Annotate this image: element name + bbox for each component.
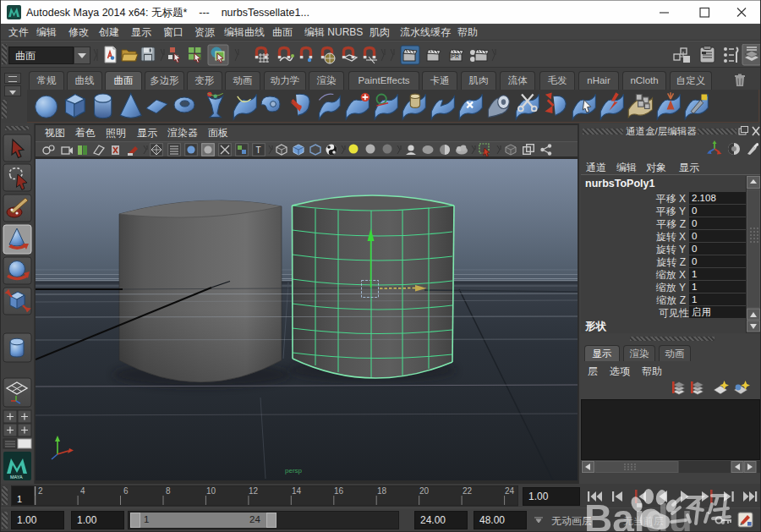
svg-text:2: 2: [38, 486, 43, 496]
svg-text:1: 1: [17, 494, 22, 504]
svg-text:20: 20: [419, 486, 430, 496]
svg-text:MAYA: MAYA: [10, 474, 23, 480]
svg-text:8: 8: [166, 486, 171, 496]
svg-text:T: T: [256, 145, 261, 155]
svg-text:6: 6: [123, 486, 129, 496]
svg-text:4: 4: [80, 486, 85, 496]
svg-text:22: 22: [463, 486, 473, 496]
svg-text:IPR: IPR: [450, 53, 459, 59]
svg-text:12: 12: [249, 486, 259, 496]
svg-text:16: 16: [334, 486, 344, 496]
svg-text:10: 10: [206, 486, 216, 496]
svg-text:18: 18: [377, 486, 387, 496]
svg-text:14: 14: [292, 486, 302, 496]
svg-text:24: 24: [505, 486, 515, 496]
svg-text:persp: persp: [285, 467, 303, 474]
